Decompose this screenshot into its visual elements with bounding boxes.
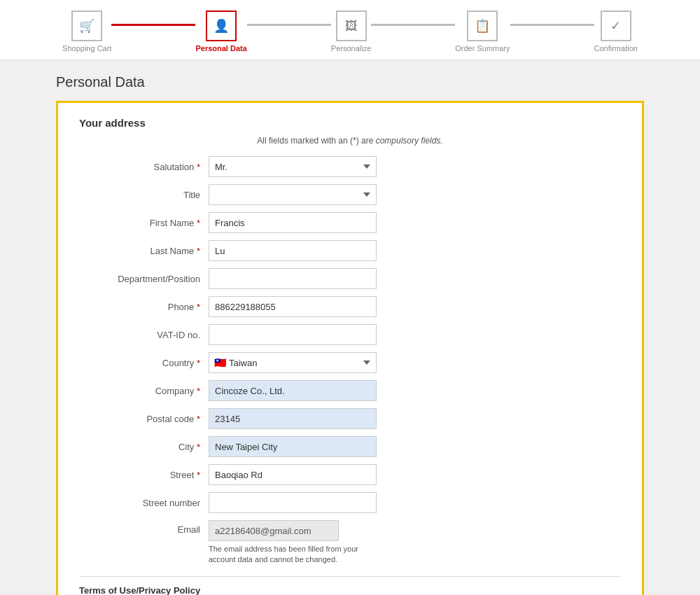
step-order-summary[interactable]: 📋 Order Summary — [455, 10, 510, 52]
terms-section: Terms of Use/Privacy Policy * I accept t… — [79, 576, 621, 595]
page-title: Personal Data — [56, 74, 644, 90]
vatid-row: VAT-ID no. — [79, 324, 621, 345]
step-label-personal-data: Personal Data — [195, 44, 246, 52]
streetnumber-input[interactable] — [209, 492, 377, 513]
title-label: Title — [79, 190, 209, 200]
phone-input[interactable] — [209, 296, 377, 317]
section-title: Your address — [79, 117, 621, 129]
step-personalize[interactable]: 🖼 Personalize — [331, 10, 371, 52]
step-label-shopping-cart: Shopping Cart — [62, 44, 111, 52]
city-input[interactable] — [209, 436, 377, 457]
page-wrapper: 🛒 Shopping Cart 👤 Personal Data 🖼 Person… — [0, 0, 700, 595]
email-row: Email The email address has been filled … — [79, 520, 621, 566]
step-label-personalize: Personalize — [331, 44, 371, 52]
step-icon-personal-data: 👤 — [206, 10, 237, 41]
city-row: City * — [79, 436, 621, 457]
country-select[interactable]: Taiwan — [209, 352, 377, 373]
department-row: Department/Position — [79, 268, 621, 289]
streetnumber-label: Street number — [79, 498, 209, 508]
firstname-label: First Name * — [79, 218, 209, 228]
country-select-wrapper: 🇹🇼 Taiwan — [209, 352, 377, 373]
phone-label: Phone * — [79, 302, 209, 312]
street-row: Street * — [79, 464, 621, 485]
company-label: Company * — [79, 386, 209, 396]
firstname-row: First Name * — [79, 212, 621, 233]
step-icon-confirmation: ✓ — [601, 10, 631, 41]
form-card: Your address All fields marked with an (… — [56, 101, 644, 595]
terms-title: Terms of Use/Privacy Policy — [79, 585, 621, 595]
vatid-input[interactable] — [209, 324, 377, 345]
postalcode-label: Postal code * — [79, 414, 209, 424]
title-row: Title — [79, 184, 621, 205]
country-row: Country * 🇹🇼 Taiwan — [79, 352, 621, 373]
lastname-row: Last Name * — [79, 240, 621, 261]
postalcode-row: Postal code * — [79, 408, 621, 429]
email-label: Email — [79, 520, 209, 535]
salutation-select[interactable]: Mr. Mrs. Ms. Dr. — [209, 156, 377, 177]
step-icon-order-summary: 📋 — [467, 10, 498, 41]
step-label-order-summary: Order Summary — [455, 44, 510, 52]
step-confirmation[interactable]: ✓ Confirmation — [594, 10, 638, 52]
step-label-confirmation: Confirmation — [594, 44, 638, 52]
compulsory-note: All fields marked with an (*) are compul… — [79, 136, 621, 146]
email-input — [209, 520, 339, 541]
step-line-1 — [111, 24, 195, 26]
step-personal-data[interactable]: 👤 Personal Data — [195, 10, 246, 52]
phone-row: Phone * — [79, 296, 621, 317]
streetnumber-row: Street number — [79, 492, 621, 513]
vatid-label: VAT-ID no. — [79, 330, 209, 340]
title-select[interactable] — [209, 184, 377, 205]
step-line-4 — [510, 24, 594, 26]
progress-bar: 🛒 Shopping Cart 👤 Personal Data 🖼 Person… — [0, 0, 700, 60]
step-line-3 — [371, 24, 455, 26]
email-note: The email address has been filled from y… — [209, 544, 377, 566]
lastname-input[interactable] — [209, 240, 377, 261]
main-content: Personal Data Your address All fields ma… — [0, 60, 700, 595]
lastname-label: Last Name * — [79, 246, 209, 256]
step-icon-shopping-cart: 🛒 — [71, 10, 102, 41]
street-input[interactable] — [209, 464, 377, 485]
salutation-label: Salutation * — [79, 162, 209, 172]
step-line-2 — [247, 24, 331, 26]
email-field-wrapper: The email address has been filled from y… — [209, 520, 377, 566]
department-input[interactable] — [209, 268, 377, 289]
step-icon-personalize: 🖼 — [336, 10, 367, 41]
salutation-row: Salutation * Mr. Mrs. Ms. Dr. — [79, 156, 621, 177]
firstname-input[interactable] — [209, 212, 377, 233]
salutation-required: * — [197, 162, 200, 172]
company-row: Company * — [79, 380, 621, 401]
city-label: City * — [79, 442, 209, 452]
company-input[interactable] — [209, 380, 377, 401]
step-shopping-cart[interactable]: 🛒 Shopping Cart — [62, 10, 111, 52]
department-label: Department/Position — [79, 274, 209, 284]
street-label: Street * — [79, 470, 209, 480]
progress-steps: 🛒 Shopping Cart 👤 Personal Data 🖼 Person… — [62, 10, 638, 52]
country-label: Country * — [79, 358, 209, 368]
postalcode-input[interactable] — [209, 408, 377, 429]
